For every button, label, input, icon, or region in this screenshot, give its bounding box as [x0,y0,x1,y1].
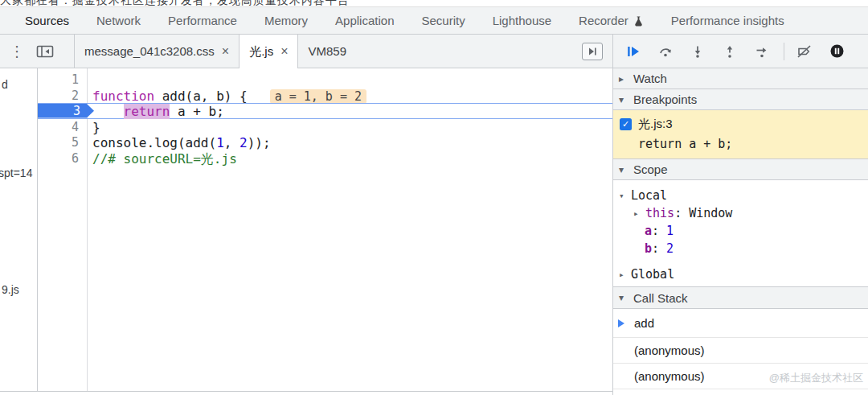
code-text: function add(a, b) {a = 1, b = 2 [87,88,612,105]
callstack-section-header[interactable]: ▾ Call Stack [613,286,868,309]
callstack-frame-anonymous-1[interactable]: (anonymous) [613,338,868,364]
line-number: 3 [73,104,80,118]
scope-tree: ▾ Local ▸ this: Window a: 1 b: 2 ▸ Globa… [613,180,868,286]
chevron-down-icon: ▾ [619,292,628,303]
navigator-toggle-button[interactable] [29,35,61,68]
navigator-toggle-icon [36,44,54,59]
callstack-frame-add[interactable]: add [613,309,868,338]
execution-line-gutter[interactable]: 3 [38,104,94,118]
code-line-6[interactable]: 6 //# sourceURL=光.js [38,151,612,167]
tab-performance-insights[interactable]: Performance insights [657,7,798,34]
navigator-item[interactable]: 9.js [2,283,19,296]
frame-name: add [634,316,654,330]
toolbar-divider [784,43,784,60]
indent [92,104,124,119]
resume-icon [626,44,641,59]
chevron-right-icon: ▸ [619,73,628,84]
step-into-button[interactable] [690,44,705,59]
clipped-page-text-content: 大家都在看：掘金技术社区连接开发者，发现高质量技术内容平台 [0,0,350,6]
tabstrip-spacer [356,35,582,68]
number-token: 2 [240,135,248,150]
editor-tab-vm[interactable]: VM859 [298,35,356,68]
tab-application-label: Application [335,14,394,27]
step-icon [755,44,769,59]
scope-global-row[interactable]: ▸ Global [613,265,868,283]
tab-security-label: Security [421,14,465,27]
tab-security[interactable]: Security [407,7,478,34]
execution-line[interactable]: 3 return a + b; [38,103,612,119]
breakpoint-location: 光.js:3 [638,117,673,132]
breakpoint-entry[interactable]: ✓ 光.js:3 return a + b; [613,110,868,158]
tab-performance-label: Performance [168,14,237,27]
scope-local-row[interactable]: ▾ Local [613,187,868,204]
step-out-button[interactable] [723,44,737,59]
code-line-1[interactable]: 1 [38,72,612,88]
code-text: console.log(add(1, 2)); [87,135,612,151]
keyword-token: function [92,88,154,104]
tab-application[interactable]: Application [321,7,407,34]
code-line-5[interactable]: 5 console.log(add(1, 2)); [38,135,612,151]
line-number[interactable]: 1 [38,72,87,88]
devtools-window: 大家都在看：掘金技术社区连接开发者，发现高质量技术内容平台 Sources Ne… [0,0,868,395]
line-number[interactable]: 6 [38,151,87,167]
tab-sources[interactable]: Sources [11,7,83,34]
scope-a-row: a: 1 [613,222,868,240]
devtools-panel-tabbar: Sources Network Performance Memory Appli… [0,6,868,35]
breakpoint-snippet: return a + b; [638,137,868,151]
watermark-text: @稀土掘金技术社区 [769,371,863,385]
editor-tab-js-label: 光.js [249,44,273,60]
frame-name: (anonymous) [634,344,705,357]
tab-lighthouse[interactable]: Lighthouse [479,7,565,34]
tab-network[interactable]: Network [83,7,154,34]
code-line-4[interactable]: 4 } [38,120,612,136]
editor-tab-vm-label: VM859 [308,44,346,58]
code-editor: 1 2 function add(a, b) {a = 1, b = 2 3 r… [38,68,612,391]
line-number[interactable]: 2 [38,88,87,105]
editor-tab-css-file[interactable]: message_041c3208.css × [74,35,239,68]
scope-section-header[interactable]: ▾ Scope [613,158,868,180]
watch-section-header[interactable]: ▸ Watch [613,68,868,89]
property-value: Window [689,206,732,220]
chevron-down-icon: ▾ [619,94,628,105]
step-into-icon [690,44,705,59]
line-number[interactable]: 5 [38,135,87,151]
step-over-button[interactable] [658,44,673,59]
tab-recorder[interactable]: Recorder [565,7,657,34]
navigator-item[interactable]: spt=14 [0,167,32,179]
callstack-frame-anonymous-2[interactable]: (anonymous) @稀土掘金技术社区 [613,364,868,389]
more-tabs-button[interactable] [582,43,603,60]
code-token: , [224,135,240,150]
step-out-icon [723,44,737,59]
close-icon[interactable]: × [280,45,288,58]
scope-b-row: b: 2 [613,240,868,257]
tab-performance[interactable]: Performance [154,7,251,34]
more-options-button[interactable]: ⋮ [5,35,29,68]
tab-memory[interactable]: Memory [251,7,321,34]
property-value: 1 [666,224,674,238]
line-number[interactable]: 4 [38,120,87,136]
breakpoints-section-header[interactable]: ▾ Breakpoints [613,89,868,110]
navigator-item[interactable]: d [2,78,8,91]
chevron-down-icon: ▾ [619,164,628,175]
editor-tab-js-file[interactable]: 光.js × [239,35,298,68]
flask-icon [633,15,644,27]
breakpoint-entry-row: ✓ 光.js:3 [620,116,868,132]
watch-section-label: Watch [633,72,667,85]
tab-lighthouse-label: Lighthouse [493,14,551,27]
tab-sources-label: Sources [25,14,69,27]
debugger-sidebar: ▸ Watch ▾ Breakpoints ✓ 光.js:3 return a … [613,68,868,395]
property-separator: : [674,206,689,220]
code-line-2[interactable]: 2 function add(a, b) {a = 1, b = 2 [38,88,612,105]
property-separator: : [652,241,666,256]
step-button[interactable] [755,44,769,59]
property-key: b [645,241,652,256]
breakpoint-checkbox[interactable]: ✓ [620,118,632,130]
code-token: console.log(add( [92,135,216,150]
resume-button[interactable] [626,44,641,59]
property-key: this [645,206,674,220]
close-icon[interactable]: × [222,45,229,58]
keyword-token-selected: return [124,104,170,119]
pause-on-exceptions-button[interactable] [829,44,844,59]
deactivate-breakpoints-button[interactable] [797,44,812,59]
scope-this-row[interactable]: ▸ this: Window [613,204,868,222]
